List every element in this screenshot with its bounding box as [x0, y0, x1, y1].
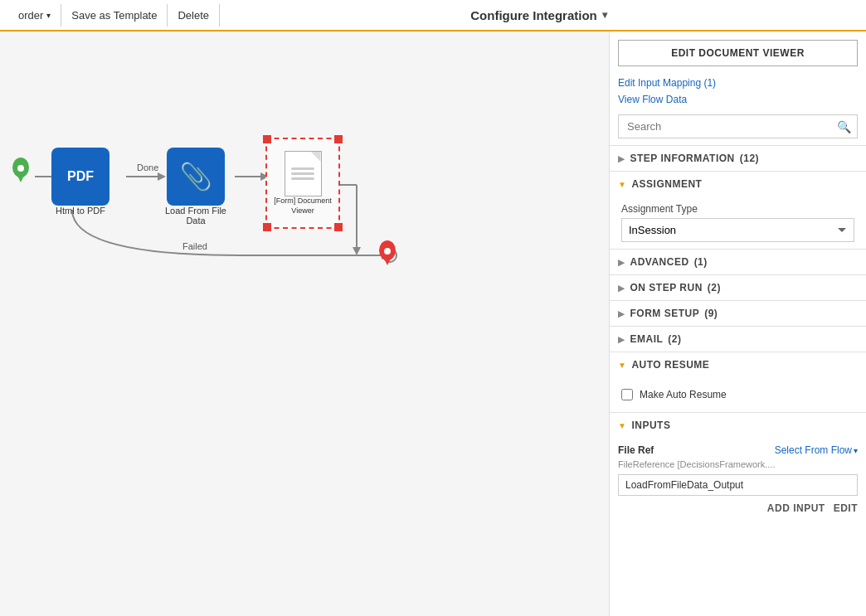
form-setup-chevron-icon: ▶	[618, 309, 625, 318]
search-icon: 🔍	[837, 120, 851, 133]
svg-text:Done: Done	[137, 162, 158, 172]
inputs-body: File Ref Select From Flow ▾ FileReferenc…	[610, 438, 866, 521]
svg-marker-9	[353, 247, 361, 255]
doc-line-1	[291, 167, 314, 170]
html-to-pdf-node[interactable]: PDF Html to PDF	[51, 148, 109, 216]
auto-resume-section: ▼ AUTO RESUME Make Auto Resume	[610, 352, 866, 412]
inputs-header[interactable]: ▼ INPUTS	[610, 413, 866, 438]
svg-point-17	[384, 248, 391, 255]
assignment-label: ASSIGNMENT	[631, 178, 702, 190]
step-information-header[interactable]: ▶ STEP INFORMATION (12)	[610, 146, 866, 171]
select-from-flow-button[interactable]: Select From Flow ▾	[775, 444, 858, 456]
form-setup-label: FORM SETUP	[630, 308, 700, 319]
advanced-section: ▶ ADVANCED (1)	[610, 249, 866, 274]
top-bar: order ▾ Save as Template Delete Configur…	[0, 0, 866, 32]
step-info-chevron-icon: ▶	[618, 154, 625, 163]
file-ref-subtext: FileReference [DecisionsFramework....	[618, 459, 858, 469]
on-step-run-label: ON STEP RUN	[630, 282, 703, 293]
order-label: order	[18, 9, 43, 22]
delete-label: Delete	[178, 9, 209, 22]
file-ref-row: File Ref Select From Flow ▾	[618, 444, 858, 456]
on-step-run-header[interactable]: ▶ ON STEP RUN (2)	[610, 275, 866, 300]
corner-br	[334, 223, 343, 231]
pdf-text: PDF	[67, 169, 94, 184]
delete-button[interactable]: Delete	[168, 4, 220, 27]
load-from-file-data-icon: 📎	[167, 148, 225, 206]
load-from-file-data-node[interactable]: 📎 Load From File Data	[163, 148, 229, 226]
corner-tr	[334, 135, 343, 143]
assignment-chevron-icon: ▼	[618, 180, 626, 189]
add-input-button[interactable]: ADD INPUT	[767, 502, 825, 514]
auto-resume-header[interactable]: ▼ AUTO RESUME	[610, 352, 866, 377]
end-pin	[378, 240, 397, 269]
form-setup-count: (9)	[704, 308, 718, 319]
svg-marker-18	[383, 257, 392, 265]
top-bar-left: order ▾ Save as Template Delete	[8, 4, 220, 27]
make-auto-resume-label: Make Auto Resume	[640, 389, 727, 400]
input-value-box: LoadFromFileData_Output	[618, 474, 858, 496]
on-step-run-section: ▶ ON STEP RUN (2)	[610, 274, 866, 300]
email-section: ▶ EMAIL (2)	[610, 326, 866, 352]
email-count: (2)	[668, 333, 681, 345]
html-to-pdf-icon: PDF	[51, 148, 109, 206]
canvas-area[interactable]: Done Failed PDF Html to PDF	[0, 32, 609, 616]
inputs-section: ▼ INPUTS File Ref Select From Flow ▾ Fil…	[610, 412, 866, 521]
svg-text:Failed: Failed	[182, 241, 207, 251]
on-step-run-chevron-icon: ▶	[618, 284, 625, 293]
assignment-header[interactable]: ▼ ASSIGNMENT	[610, 172, 866, 196]
doc-icon	[285, 151, 322, 196]
clip-icon: 📎	[179, 161, 212, 192]
order-button[interactable]: order ▾	[8, 4, 61, 27]
html-to-pdf-label: Html to PDF	[56, 206, 105, 216]
file-ref-label: File Ref	[618, 444, 654, 456]
select-from-flow-label: Select From Flow	[775, 444, 852, 456]
form-setup-section: ▶ FORM SETUP (9)	[610, 300, 866, 326]
start-pin	[12, 158, 30, 187]
step-information-section: ▶ STEP INFORMATION (12)	[610, 145, 866, 171]
svg-point-14	[17, 165, 24, 172]
search-box: 🔍	[618, 114, 858, 138]
assignment-type-select[interactable]: InSession Unassigned Assigned	[621, 218, 854, 242]
step-info-label: STEP INFORMATION	[630, 153, 735, 164]
configure-integration-title: Configure Integration ▾	[220, 8, 858, 22]
step-info-count: (12)	[740, 153, 759, 164]
select-from-flow-arrow-icon: ▾	[854, 446, 858, 455]
auto-resume-chevron-icon: ▼	[618, 361, 626, 370]
email-header[interactable]: ▶ EMAIL (2)	[610, 327, 866, 352]
on-step-run-count: (2)	[708, 282, 721, 293]
assignment-type-label: Assignment Type	[621, 203, 854, 215]
view-flow-data-link[interactable]: View Flow Data	[610, 91, 866, 108]
edit-input-mapping-link[interactable]: Edit Input Mapping (1)	[610, 75, 866, 91]
advanced-chevron-icon: ▶	[618, 258, 625, 267]
edit-document-viewer-button[interactable]: EDIT DOCUMENT VIEWER	[618, 40, 858, 66]
doc-viewer-node[interactable]: [Form] Document Viewer	[265, 138, 340, 229]
inputs-chevron-icon: ▼	[618, 421, 626, 430]
doc-viewer-label: [Form] Document Viewer	[272, 196, 333, 216]
load-from-file-data-label: Load From File Data	[163, 206, 229, 226]
right-panel: EDIT DOCUMENT VIEWER Edit Input Mapping …	[609, 32, 866, 616]
corner-bl	[263, 223, 271, 231]
main-layout: Done Failed PDF Html to PDF	[0, 32, 866, 616]
auto-resume-label: AUTO RESUME	[631, 359, 709, 371]
make-auto-resume-checkbox[interactable]	[621, 389, 633, 400]
save-template-label: Save as Template	[71, 9, 157, 22]
svg-marker-15	[17, 174, 25, 182]
email-chevron-icon: ▶	[618, 335, 625, 344]
email-label: EMAIL	[630, 333, 664, 345]
advanced-header[interactable]: ▶ ADVANCED (1)	[610, 250, 866, 274]
save-template-button[interactable]: Save as Template	[61, 4, 168, 27]
doc-line-3	[291, 177, 314, 180]
order-chevron-icon: ▾	[46, 11, 51, 20]
edit-input-button[interactable]: EDIT	[834, 502, 858, 514]
advanced-count: (1)	[694, 256, 708, 268]
make-auto-resume-row: Make Auto Resume	[621, 384, 854, 405]
advanced-label: ADVANCED	[630, 256, 689, 268]
doc-line-2	[291, 172, 314, 175]
flow-svg: Done Failed	[0, 32, 606, 616]
search-input[interactable]	[618, 114, 858, 138]
auto-resume-body: Make Auto Resume	[610, 377, 866, 412]
assignment-body: Assignment Type InSession Unassigned Ass…	[610, 196, 866, 249]
form-setup-header[interactable]: ▶ FORM SETUP (9)	[610, 301, 866, 326]
configure-chevron-icon: ▾	[602, 9, 607, 21]
corner-tl	[263, 135, 271, 143]
